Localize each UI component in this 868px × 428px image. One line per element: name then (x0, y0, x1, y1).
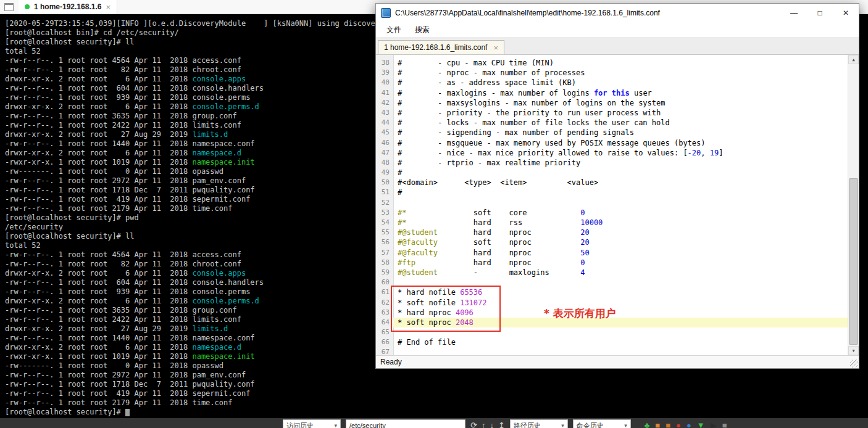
terminal-tab-close-icon[interactable]: × (106, 2, 111, 12)
line-number: 40 (376, 78, 393, 88)
command-history-dropdown[interactable]: 命令历史 ▾ (573, 419, 631, 428)
editor-line-59[interactable]: 59#@student - maxlogins 4 (376, 268, 848, 278)
editor-tab-close-icon[interactable]: × (493, 43, 498, 52)
line-number: 38 (376, 58, 393, 68)
editor-line-50[interactable]: 50#<domain> <type> <item> <value> (376, 178, 848, 187)
line-number: 64 (376, 318, 393, 327)
scroll-down-icon[interactable]: ▼ (848, 346, 859, 355)
editor-line-51[interactable]: 51# (376, 187, 848, 197)
chevron-down-icon: ▾ (334, 422, 337, 428)
visit-history-dropdown[interactable]: 访问历史 ▾ (283, 419, 341, 428)
editor-line-54[interactable]: 54#* hard rss 10000 (376, 218, 848, 228)
package-icon[interactable]: ■ (655, 419, 660, 428)
plant-icon[interactable]: ♣ (645, 419, 650, 428)
editor-line-42[interactable]: 42# - maxsyslogins - max number of login… (376, 98, 848, 108)
path-value: /etc/security (349, 422, 386, 428)
editor-menubar: 文件 搜索 (376, 22, 859, 38)
editor-line-56[interactable]: 56#@faculty soft nproc 20 (376, 237, 848, 247)
line-number: 59 (376, 268, 393, 278)
editor-line-46[interactable]: 46# - msgqueue - max memory used by POSI… (376, 138, 848, 148)
editor-line-66[interactable]: 66# End of file (376, 337, 848, 347)
path-input[interactable]: /etc/security (346, 419, 465, 428)
line-number: 45 (376, 128, 393, 138)
chevron-down-icon: ▾ (624, 422, 627, 428)
editor-line-38[interactable]: 38# - cpu - max CPU time (MIN) (376, 58, 848, 68)
editor-status-text: Ready (380, 358, 402, 366)
line-number: 51 (376, 187, 393, 197)
editor-app-icon (381, 8, 391, 18)
line-number: 42 (376, 98, 393, 108)
editor-line-52[interactable]: 52 (376, 198, 848, 208)
apps-icon[interactable]: ■ (722, 419, 727, 428)
line-number: 44 (376, 118, 393, 128)
package2-icon[interactable]: ■ (666, 419, 670, 428)
editor-line-61[interactable]: 61* hard nofile 65536 (376, 287, 848, 297)
editor-window: C:\Users\28773\AppData\Local\finalshell\… (375, 3, 859, 369)
line-number: 47 (376, 148, 393, 158)
editor-line-60[interactable]: 60 (376, 278, 848, 287)
editor-tabbar: 1 home-192.168.1.6_limits.conf × (376, 38, 859, 55)
editor-file-tab[interactable]: 1 home-192.168.1.6_limits.conf × (378, 40, 504, 54)
line-number: 52 (376, 198, 393, 208)
editor-line-39[interactable]: 39# - nproc - max number of processes (376, 68, 848, 78)
line-number: 55 (376, 228, 393, 237)
line-number: 46 (376, 138, 393, 148)
top-arrow-icon[interactable]: ↥ (498, 419, 505, 428)
menu-search[interactable]: 搜索 (408, 23, 436, 37)
editor-line-58[interactable]: 58#ftp hard nproc 0 (376, 258, 848, 268)
line-number: 61 (376, 287, 393, 297)
editor-line-48[interactable]: 48# - rtprio - max realtime priority (376, 158, 848, 168)
terminal-tab[interactable]: 1 home-192.168.1.6 × (19, 0, 117, 14)
scrollbar-thumb[interactable] (849, 178, 858, 345)
line-number: 48 (376, 158, 393, 168)
terminal-line: -rw-r--r--. 1 root root 419 Apr 11 2018 … (5, 389, 868, 398)
line-number: 58 (376, 258, 393, 268)
line-number: 53 (376, 208, 393, 218)
editor-line-41[interactable]: 41# - maxlogins - max number of logins f… (376, 88, 848, 98)
scroll-up-icon[interactable]: ▲ (848, 55, 859, 64)
terminal-line: -rw-r--r--. 1 root root 1718 Dec 7 2011 … (5, 380, 868, 389)
minimize-button[interactable]: — (781, 4, 807, 22)
down-arrow-icon[interactable]: ↓ (490, 419, 494, 428)
maximize-button[interactable]: □ (807, 4, 833, 22)
line-number: 49 (376, 168, 393, 178)
line-number: 67 (376, 347, 393, 355)
command-history-label: 命令历史 (577, 421, 604, 428)
editor-content-area[interactable]: 38# - cpu - max CPU time (MIN)39# - npro… (376, 55, 859, 355)
download-icon[interactable]: ▼ (697, 419, 705, 428)
connection-status-dot (25, 4, 30, 9)
editor-line-53[interactable]: 53#* soft core 0 (376, 208, 848, 218)
editor-line-55[interactable]: 55#@student hard nproc 20 (376, 228, 848, 237)
line-number: 43 (376, 108, 393, 118)
editor-line-45[interactable]: 45# - sigpending - max number of pending… (376, 128, 848, 138)
line-number: 56 (376, 237, 393, 247)
record-icon[interactable]: ● (676, 419, 681, 428)
close-button[interactable]: ✕ (833, 4, 859, 22)
line-number: 57 (376, 248, 393, 258)
editor-line-43[interactable]: 43# - priority - the priority to run use… (376, 108, 848, 118)
editor-line-57[interactable]: 57#@faculty hard nproc 50 (376, 248, 848, 258)
terminal-line: -rw-r--r--. 1 root root 2179 Apr 11 2018… (5, 398, 868, 408)
editor-line-65[interactable]: 65 (376, 327, 848, 337)
line-number: 41 (376, 88, 393, 98)
editor-line-67[interactable]: 67 (376, 347, 848, 355)
play-icon[interactable]: ▶ (711, 419, 717, 428)
editor-vertical-scrollbar[interactable]: ▲ ▼ (848, 55, 859, 355)
path-history-dropdown[interactable]: 路径历史 ▾ (510, 419, 568, 428)
editor-line-40[interactable]: 40# - as - address space limit (KB) (376, 78, 848, 88)
editor-titlebar[interactable]: C:\Users\28773\AppData\Local\finalshell\… (376, 4, 859, 22)
bottom-toolbar: 访问历史 ▾ /etc/security ⟳↑↓↥ 路径历史 ▾ 命令历史 ▾ … (0, 418, 868, 428)
refresh-icon[interactable]: ⟳ (470, 419, 477, 428)
editor-line-49[interactable]: 49# (376, 168, 848, 178)
line-number: 66 (376, 337, 393, 347)
resize-grip[interactable] (850, 360, 858, 368)
editor-line-47[interactable]: 47# - nice - max nice priority allowed t… (376, 148, 848, 158)
line-number: 39 (376, 68, 393, 78)
line-number: 62 (376, 298, 393, 308)
menu-file[interactable]: 文件 (380, 23, 408, 37)
info-icon[interactable]: ● (686, 419, 691, 428)
up-arrow-icon[interactable]: ↑ (482, 419, 486, 428)
editor-line-44[interactable]: 44# - locks - max number of file locks t… (376, 118, 848, 128)
line-number: 54 (376, 218, 393, 228)
line-number: 63 (376, 308, 393, 318)
